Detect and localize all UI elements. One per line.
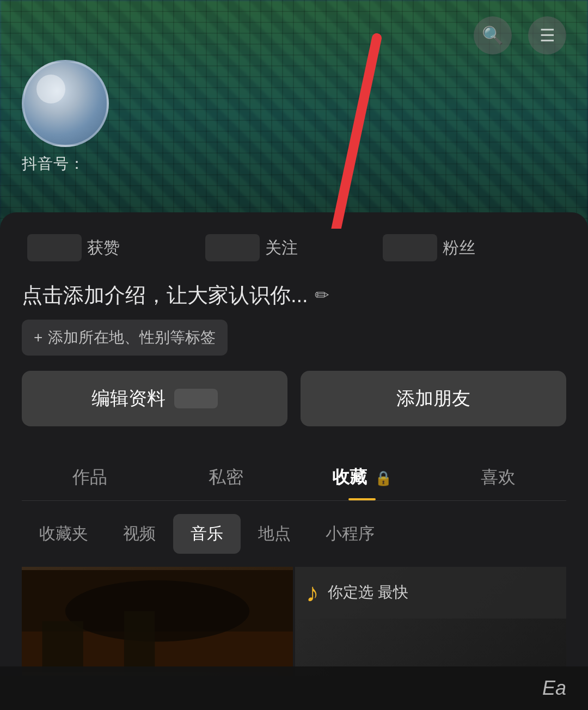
likes-label: 获赞 — [87, 237, 120, 259]
avatar[interactable] — [22, 60, 109, 147]
edit-bio-icon[interactable]: ✏ — [315, 283, 329, 308]
avatar-area: 抖音号： — [22, 60, 109, 174]
followers-number — [383, 234, 437, 261]
lock-icon: 🔒 — [375, 470, 392, 486]
music-info: 你定选 最快 — [328, 583, 408, 602]
content-preview: ♪ 你定选 最快 — [22, 562, 566, 676]
music-note-icon: ♪ — [306, 578, 319, 608]
sub-tab-miniapp[interactable]: 小程序 — [308, 514, 392, 554]
sub-tab-folder[interactable]: 收藏夹 — [22, 514, 106, 554]
sub-tab-video[interactable]: 视频 — [106, 514, 173, 554]
tabs-row: 作品 私密 收藏 🔒 喜欢 — [22, 452, 566, 501]
ea-text: Ea — [542, 677, 566, 700]
stat-following[interactable]: 关注 — [205, 234, 383, 261]
svg-rect-6 — [124, 611, 155, 672]
top-icons-area: 🔍 ☰ — [474, 16, 566, 54]
svg-point-4 — [65, 580, 249, 642]
music-item: ♪ 你定选 最快 — [295, 567, 566, 619]
content-thumb-1[interactable] — [22, 567, 293, 676]
stat-followers[interactable]: 粉丝 — [383, 234, 561, 261]
music-title: 你定选 最快 — [328, 583, 408, 602]
likes-number — [27, 234, 82, 261]
stat-likes[interactable]: 获赞 — [27, 234, 205, 261]
sub-tab-location[interactable]: 地点 — [241, 514, 308, 554]
svg-rect-5 — [42, 621, 83, 672]
tab-collections[interactable]: 收藏 🔒 — [294, 452, 430, 500]
edit-profile-badge — [174, 389, 218, 408]
main-content: 获赞 关注 粉丝 点击添加介绍，让大家认识你... ✏ + 添加所在地、性别等标… — [0, 212, 588, 676]
douyin-id-label: 抖音号： — [22, 154, 85, 174]
sub-tabs-row: 收藏夹 视频 音乐 地点 小程序 — [22, 501, 566, 562]
followers-label: 粉丝 — [443, 237, 475, 259]
tab-works[interactable]: 作品 — [22, 452, 158, 500]
following-number — [205, 234, 260, 261]
add-friend-label: 添加朋友 — [396, 386, 470, 411]
bio-text[interactable]: 点击添加介绍，让大家认识你... ✏ — [22, 281, 566, 310]
following-label: 关注 — [265, 237, 298, 259]
search-icon[interactable]: 🔍 — [474, 16, 512, 54]
stats-row: 获赞 关注 粉丝 — [22, 234, 566, 261]
edit-profile-button[interactable]: 编辑资料 — [22, 371, 287, 426]
edit-profile-label: 编辑资料 — [91, 386, 166, 411]
sub-tab-music[interactable]: 音乐 — [173, 514, 241, 554]
bottom-bar: Ea — [0, 666, 588, 710]
menu-icon[interactable]: ☰ — [528, 16, 566, 54]
add-friend-button[interactable]: 添加朋友 — [301, 371, 566, 426]
add-tags-button[interactable]: + 添加所在地、性别等标签 — [22, 320, 228, 356]
action-buttons: 编辑资料 添加朋友 — [22, 371, 566, 426]
thumb-inner-1 — [22, 567, 293, 676]
tab-private[interactable]: 私密 — [158, 452, 294, 500]
tab-likes[interactable]: 喜欢 — [430, 452, 566, 500]
content-thumb-2[interactable]: ♪ 你定选 最快 — [295, 567, 566, 676]
bio-area: 点击添加介绍，让大家认识你... ✏ + 添加所在地、性别等标签 — [22, 281, 566, 356]
header-banner: 🔍 ☰ 抖音号： — [0, 0, 588, 229]
